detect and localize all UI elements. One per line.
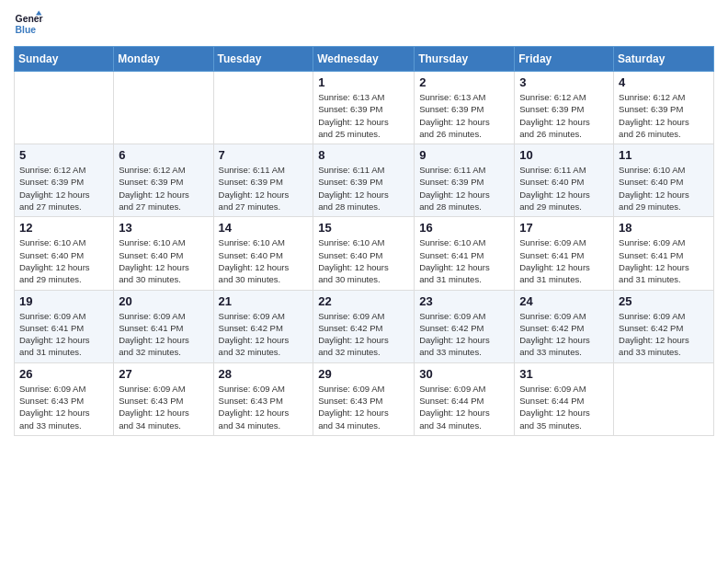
svg-marker-2: [36, 11, 41, 16]
day-info: Sunrise: 6:12 AMSunset: 6:39 PMDaylight:…: [19, 164, 108, 213]
day-number: 22: [318, 294, 409, 308]
svg-text:Blue: Blue: [16, 25, 37, 35]
day-info: Sunrise: 6:09 AMSunset: 6:44 PMDaylight:…: [419, 383, 509, 431]
day-number: 2: [419, 75, 509, 89]
calendar-cell: 3Sunrise: 6:12 AMSunset: 6:39 PMDaylight…: [515, 72, 614, 144]
day-info: Sunrise: 6:09 AMSunset: 6:41 PMDaylight:…: [619, 236, 709, 285]
calendar-day-header: Wednesday: [313, 47, 415, 72]
day-number: 20: [119, 294, 208, 308]
calendar-cell: 22Sunrise: 6:09 AMSunset: 6:42 PMDayligh…: [313, 290, 415, 362]
day-number: 17: [519, 221, 609, 235]
day-number: 8: [318, 148, 409, 162]
day-number: 3: [519, 75, 609, 89]
calendar-cell: 4Sunrise: 6:12 AMSunset: 6:39 PMDaylight…: [614, 72, 714, 144]
day-info: Sunrise: 6:13 AMSunset: 6:39 PMDaylight:…: [318, 91, 409, 140]
calendar-cell: 28Sunrise: 6:09 AMSunset: 6:43 PMDayligh…: [213, 362, 313, 435]
calendar-cell: [114, 72, 213, 144]
day-info: Sunrise: 6:09 AMSunset: 6:43 PMDaylight:…: [318, 383, 409, 431]
day-number: 14: [219, 221, 309, 235]
calendar-cell: 24Sunrise: 6:09 AMSunset: 6:42 PMDayligh…: [515, 290, 614, 362]
day-info: Sunrise: 6:10 AMSunset: 6:40 PMDaylight:…: [619, 164, 709, 213]
calendar-cell: 10Sunrise: 6:11 AMSunset: 6:40 PMDayligh…: [515, 144, 614, 217]
calendar-week-row: 1Sunrise: 6:13 AMSunset: 6:39 PMDaylight…: [15, 72, 714, 144]
calendar-cell: 11Sunrise: 6:10 AMSunset: 6:40 PMDayligh…: [614, 144, 714, 217]
calendar-week-row: 12Sunrise: 6:10 AMSunset: 6:40 PMDayligh…: [15, 217, 714, 290]
calendar-cell: 27Sunrise: 6:09 AMSunset: 6:43 PMDayligh…: [114, 362, 213, 435]
calendar-cell: 16Sunrise: 6:10 AMSunset: 6:41 PMDayligh…: [415, 217, 515, 290]
calendar-cell: 18Sunrise: 6:09 AMSunset: 6:41 PMDayligh…: [614, 217, 714, 290]
calendar-cell: 29Sunrise: 6:09 AMSunset: 6:43 PMDayligh…: [313, 362, 415, 435]
day-number: 13: [119, 221, 208, 235]
calendar-day-header: Thursday: [415, 47, 515, 72]
calendar-week-row: 26Sunrise: 6:09 AMSunset: 6:43 PMDayligh…: [15, 362, 714, 435]
day-number: 9: [419, 148, 509, 162]
day-number: 29: [318, 367, 409, 381]
day-number: 12: [19, 221, 108, 235]
day-info: Sunrise: 6:11 AMSunset: 6:39 PMDaylight:…: [318, 164, 409, 213]
day-info: Sunrise: 6:09 AMSunset: 6:44 PMDaylight:…: [519, 383, 609, 431]
day-info: Sunrise: 6:10 AMSunset: 6:40 PMDaylight:…: [318, 236, 409, 285]
day-info: Sunrise: 6:11 AMSunset: 6:39 PMDaylight:…: [419, 164, 509, 213]
calendar-cell: 13Sunrise: 6:10 AMSunset: 6:40 PMDayligh…: [114, 217, 213, 290]
day-info: Sunrise: 6:09 AMSunset: 6:42 PMDaylight:…: [619, 310, 709, 359]
day-number: 5: [19, 148, 108, 162]
day-number: 26: [19, 367, 108, 381]
day-number: 25: [619, 294, 709, 308]
day-number: 30: [419, 367, 509, 381]
day-info: Sunrise: 6:09 AMSunset: 6:42 PMDaylight:…: [219, 310, 309, 359]
day-number: 16: [419, 221, 509, 235]
calendar-cell: 2Sunrise: 6:13 AMSunset: 6:39 PMDaylight…: [415, 72, 515, 144]
calendar-cell: 9Sunrise: 6:11 AMSunset: 6:39 PMDaylight…: [415, 144, 515, 217]
calendar-cell: 19Sunrise: 6:09 AMSunset: 6:41 PMDayligh…: [15, 290, 114, 362]
day-info: Sunrise: 6:09 AMSunset: 6:43 PMDaylight:…: [219, 383, 309, 431]
day-info: Sunrise: 6:11 AMSunset: 6:39 PMDaylight:…: [219, 164, 309, 213]
day-info: Sunrise: 6:12 AMSunset: 6:39 PMDaylight:…: [519, 91, 609, 140]
calendar-cell: 1Sunrise: 6:13 AMSunset: 6:39 PMDaylight…: [313, 72, 415, 144]
day-info: Sunrise: 6:09 AMSunset: 6:41 PMDaylight:…: [19, 310, 108, 359]
calendar-table: SundayMondayTuesdayWednesdayThursdayFrid…: [14, 46, 714, 436]
calendar-cell: [614, 362, 714, 435]
day-info: Sunrise: 6:11 AMSunset: 6:40 PMDaylight:…: [519, 164, 609, 213]
day-number: 4: [619, 75, 709, 89]
day-info: Sunrise: 6:09 AMSunset: 6:43 PMDaylight:…: [19, 383, 108, 431]
calendar-day-header: Saturday: [614, 47, 714, 72]
day-number: 6: [119, 148, 208, 162]
day-number: 11: [619, 148, 709, 162]
calendar-day-header: Tuesday: [213, 47, 313, 72]
calendar-header-row: SundayMondayTuesdayWednesdayThursdayFrid…: [15, 47, 714, 72]
day-info: Sunrise: 6:09 AMSunset: 6:42 PMDaylight:…: [519, 310, 609, 359]
day-number: 10: [519, 148, 609, 162]
day-number: 23: [419, 294, 509, 308]
calendar-cell: [213, 72, 313, 144]
calendar-cell: 20Sunrise: 6:09 AMSunset: 6:41 PMDayligh…: [114, 290, 213, 362]
day-info: Sunrise: 6:09 AMSunset: 6:43 PMDaylight:…: [119, 383, 208, 431]
svg-text:General: General: [16, 14, 43, 24]
calendar-day-header: Sunday: [15, 47, 114, 72]
calendar-week-row: 19Sunrise: 6:09 AMSunset: 6:41 PMDayligh…: [15, 290, 714, 362]
day-info: Sunrise: 6:09 AMSunset: 6:41 PMDaylight:…: [519, 236, 609, 285]
calendar-cell: 25Sunrise: 6:09 AMSunset: 6:42 PMDayligh…: [614, 290, 714, 362]
day-number: 19: [19, 294, 108, 308]
day-info: Sunrise: 6:13 AMSunset: 6:39 PMDaylight:…: [419, 91, 509, 140]
calendar-cell: 30Sunrise: 6:09 AMSunset: 6:44 PMDayligh…: [415, 362, 515, 435]
logo-icon: General Blue: [14, 9, 43, 39]
day-number: 7: [219, 148, 309, 162]
day-number: 18: [619, 221, 709, 235]
day-info: Sunrise: 6:10 AMSunset: 6:41 PMDaylight:…: [419, 236, 509, 285]
calendar-cell: 21Sunrise: 6:09 AMSunset: 6:42 PMDayligh…: [213, 290, 313, 362]
calendar-cell: 12Sunrise: 6:10 AMSunset: 6:40 PMDayligh…: [15, 217, 114, 290]
calendar-day-header: Friday: [515, 47, 614, 72]
calendar-cell: [15, 72, 114, 144]
day-info: Sunrise: 6:10 AMSunset: 6:40 PMDaylight:…: [19, 236, 108, 285]
calendar-cell: 8Sunrise: 6:11 AMSunset: 6:39 PMDaylight…: [313, 144, 415, 217]
calendar-cell: 23Sunrise: 6:09 AMSunset: 6:42 PMDayligh…: [415, 290, 515, 362]
day-number: 27: [119, 367, 208, 381]
day-number: 1: [318, 75, 409, 89]
calendar-cell: 5Sunrise: 6:12 AMSunset: 6:39 PMDaylight…: [15, 144, 114, 217]
day-info: Sunrise: 6:09 AMSunset: 6:42 PMDaylight:…: [419, 310, 509, 359]
day-info: Sunrise: 6:12 AMSunset: 6:39 PMDaylight:…: [619, 91, 709, 140]
calendar-cell: 31Sunrise: 6:09 AMSunset: 6:44 PMDayligh…: [515, 362, 614, 435]
calendar-day-header: Monday: [114, 47, 213, 72]
day-info: Sunrise: 6:09 AMSunset: 6:41 PMDaylight:…: [119, 310, 208, 359]
calendar-cell: 7Sunrise: 6:11 AMSunset: 6:39 PMDaylight…: [213, 144, 313, 217]
